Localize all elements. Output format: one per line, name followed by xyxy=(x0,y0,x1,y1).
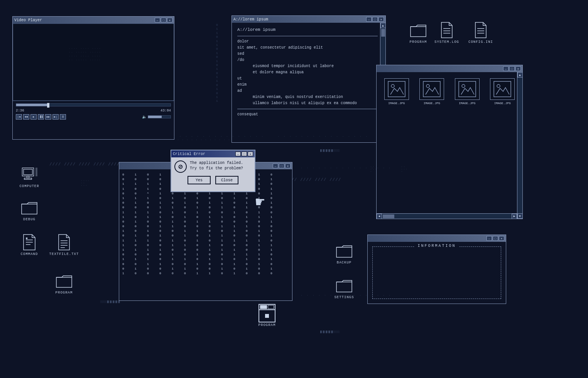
critical-error-maximize[interactable]: □ xyxy=(242,152,247,156)
text-editor-maximize[interactable]: □ xyxy=(372,17,378,22)
video-player-close[interactable]: ✕ xyxy=(167,18,172,22)
info-close[interactable]: ✕ xyxy=(499,236,504,241)
video-player-minimize[interactable]: — xyxy=(155,18,160,22)
text-line-7: ut xyxy=(237,76,378,82)
image-browser-scrollbar-x[interactable]: ◄ ► xyxy=(377,213,517,219)
pause-button[interactable]: ▐▐ xyxy=(38,114,44,120)
text-line-9: ad xyxy=(237,88,378,94)
critical-error-minimize[interactable]: — xyxy=(235,152,241,156)
floppy-label-area xyxy=(268,305,274,309)
error-yes-button[interactable]: Yes xyxy=(188,176,211,184)
img-scroll-up[interactable]: ▲ xyxy=(517,72,523,78)
play-button[interactable]: ▶ xyxy=(30,114,37,120)
playlist-button[interactable]: ☰ xyxy=(60,114,66,120)
video-controls: 2:36 43:04 |◄ ◄◄ ▶ ▐▐ ▶▶ ▶| ☰ 🔈 xyxy=(13,101,174,122)
matrix-col-1: 0011010011001011101001 xyxy=(122,172,134,275)
fast-forward-button[interactable]: ▶▶ xyxy=(45,114,51,120)
scroll-thumb[interactable] xyxy=(381,29,385,37)
text-editor-buttons: — □ ✕ xyxy=(366,17,384,22)
desktop-icon-settings[interactable]: SETTINGS xyxy=(329,277,360,299)
program-folder-left-svg xyxy=(56,273,73,288)
image-grid: IMAGE.JPG IMAGE.JPG IMAGE.JP xyxy=(377,72,522,111)
image-box-4 xyxy=(490,78,515,100)
critical-error-close[interactable]: ✕ xyxy=(248,152,253,156)
text-line-2: sit amet, consectetur adipiscing elit xyxy=(237,45,378,51)
video-time-total: 43:04 xyxy=(161,109,171,113)
matrix-col-12: 1010010011001011010100 xyxy=(258,172,270,275)
desktop-icon-config-ini[interactable]: CONFIG.INI xyxy=(465,22,496,44)
img-scroll-down[interactable]: ▼ xyxy=(517,213,523,219)
image-thumb-icon-4 xyxy=(493,81,512,98)
svg-point-1 xyxy=(391,84,394,88)
desktop-icon-debug[interactable]: DEBUG xyxy=(14,199,45,221)
critical-error-dialog: Critical Error — □ ✕ ⊘ The application f… xyxy=(171,150,255,192)
image-browser-close[interactable]: ✕ xyxy=(515,66,521,71)
text-editor-minimize[interactable]: — xyxy=(366,17,372,22)
image-label-3: IMAGE.JPG xyxy=(459,101,475,105)
matrix-close[interactable]: ✕ xyxy=(285,164,291,168)
desktop-icon-program-top-right[interactable]: PROGRAM xyxy=(403,22,434,44)
desktop-icon-backup[interactable]: BACKUP xyxy=(329,242,360,265)
error-icon: ⊘ xyxy=(174,160,187,173)
desktop-icon-system-log[interactable]: SYSTEM.LOG xyxy=(431,22,462,44)
scroll-up[interactable]: ▲ xyxy=(380,23,386,28)
text-divider-1 xyxy=(237,36,378,36)
text-line-url: A://lorem ipsum xyxy=(237,27,378,34)
info-minimize[interactable]: — xyxy=(487,236,492,241)
matrix-minimize[interactable]: — xyxy=(273,164,278,168)
matrix-col-4: 1010101101010100100100 xyxy=(159,172,171,275)
desktop-icon-command[interactable]: ■ COMMAND xyxy=(14,234,45,256)
system-log-label: SYSTEM.LOG xyxy=(434,40,459,44)
desktop-icon-program-bottom[interactable]: PROGRAM xyxy=(252,305,282,327)
image-browser-scrollbar-y[interactable]: ▲ ▼ xyxy=(517,72,522,219)
image-thumb-1[interactable]: IMAGE.JPG xyxy=(381,78,412,105)
backup-folder-icon xyxy=(336,242,353,259)
skip-forward-button[interactable]: ▶| xyxy=(52,114,59,120)
error-close-button[interactable]: Close xyxy=(215,176,238,184)
img-scroll-left[interactable]: ◄ xyxy=(377,214,382,219)
text-editor-close[interactable]: ✕ xyxy=(378,17,384,22)
img-scroll-thumb-h[interactable] xyxy=(383,214,394,218)
desktop-icon-textfile[interactable]: TEXTFILE.TXT xyxy=(49,234,79,256)
image-browser-minimize[interactable]: — xyxy=(503,66,509,71)
desktop-icon-program-left[interactable]: PROGRAM xyxy=(49,272,79,295)
program-left-label: PROGRAM xyxy=(56,291,73,295)
matrix-maximize[interactable]: □ xyxy=(279,164,284,168)
command-label: COMMAND xyxy=(21,252,38,256)
program-top-right-icon xyxy=(410,22,427,39)
video-player-window: Video Player — □ ✕ ···· ···· ···· ·· ···… xyxy=(12,16,174,140)
text-line-3: sed xyxy=(237,51,378,57)
text-editor-window: A://lorem ipsum — □ ✕ A://lorem ipsum do… xyxy=(231,15,386,143)
desktop-icon-computer[interactable]: COMPUTER xyxy=(14,166,45,188)
text-line-4: /do xyxy=(237,57,378,63)
backup-folder-svg xyxy=(336,243,353,258)
debug-label: DEBUG xyxy=(23,218,35,221)
skip-back-button[interactable]: |◄ xyxy=(16,114,22,120)
image-thumb-3[interactable]: IMAGE.JPG xyxy=(452,78,483,105)
video-progress-handle[interactable] xyxy=(47,103,49,108)
image-box-1 xyxy=(384,78,409,100)
video-player-title: Video Player xyxy=(14,18,155,22)
video-progress-bar[interactable] xyxy=(16,103,171,106)
info-maximize[interactable]: □ xyxy=(493,236,498,241)
video-screen: ···· ···· ···· ·· ····· ····· ···· ···· … xyxy=(13,24,174,101)
image-thumb-2[interactable]: IMAGE.JPG xyxy=(417,78,448,105)
image-thumb-icon-1 xyxy=(387,81,406,98)
matrix-col-2: 1010011010100110101010 xyxy=(135,172,146,275)
image-browser-buttons: — □ ✕ xyxy=(503,66,521,71)
info-content: INFORMATION xyxy=(368,242,506,304)
image-browser-maximize[interactable]: □ xyxy=(509,66,515,71)
volume-icon: 🔈 xyxy=(142,115,147,119)
rewind-button[interactable]: ◄◄ xyxy=(23,114,29,120)
image-thumb-4[interactable]: IMAGE.JPG xyxy=(487,78,518,105)
settings-folder-icon xyxy=(336,277,353,294)
command-file-icon: ■ xyxy=(21,234,38,251)
matrix-col-13: 0101101001100101101010 xyxy=(270,172,282,275)
volume-slider[interactable] xyxy=(148,115,171,118)
text-line-11: ullamco laboris nisi ut aliquip ex ea co… xyxy=(237,100,378,106)
text-line-1: dolor xyxy=(237,39,378,45)
img-scroll-right[interactable]: ► xyxy=(512,214,517,219)
matrix-buttons: — □ ✕ xyxy=(273,164,291,168)
video-player-maximize[interactable]: □ xyxy=(161,18,166,22)
text-line-5: eiusmod tempor incididunt ut labore xyxy=(237,63,378,69)
